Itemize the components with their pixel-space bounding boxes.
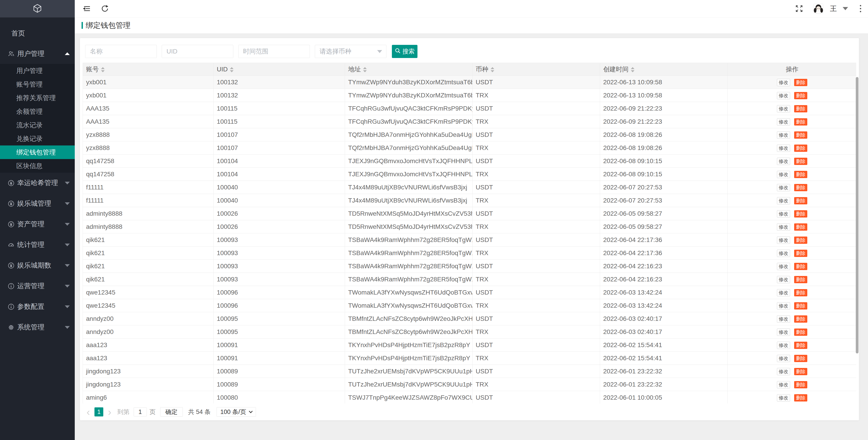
edit-button[interactable]: 修改 bbox=[777, 210, 790, 217]
sidebar-section-娱乐城管理[interactable]: 娱乐城管理 bbox=[0, 193, 75, 214]
per-page-select[interactable]: 100 条/页 bbox=[217, 407, 256, 417]
delete-button[interactable]: 删除 bbox=[794, 237, 807, 244]
sidebar-section-娱乐城期数[interactable]: 娱乐城期数 bbox=[0, 255, 75, 276]
jump-page-input[interactable] bbox=[134, 407, 147, 416]
column-header-UID[interactable]: UID bbox=[214, 63, 345, 76]
user-menu-caret-icon[interactable] bbox=[843, 7, 848, 10]
sidebar-item-账号管理[interactable]: 账号管理 bbox=[0, 78, 75, 91]
edit-button[interactable]: 修改 bbox=[777, 315, 790, 323]
sidebar-item-流水记录[interactable]: 流水记录 bbox=[0, 118, 75, 132]
delete-button[interactable]: 删除 bbox=[794, 250, 807, 257]
refresh-icon[interactable] bbox=[100, 4, 109, 13]
delete-button[interactable]: 删除 bbox=[794, 171, 807, 178]
edit-button[interactable]: 修改 bbox=[777, 171, 790, 178]
cell-actions: 修改删除 bbox=[727, 141, 857, 154]
edit-button[interactable]: 修改 bbox=[777, 197, 790, 204]
sort-icon[interactable] bbox=[363, 67, 367, 72]
column-header-地址[interactable]: 地址 bbox=[345, 63, 472, 76]
sidebar-section-参数配置[interactable]: 参数配置 bbox=[0, 296, 75, 317]
sidebar-item-推荐关系管理[interactable]: 推荐关系管理 bbox=[0, 91, 75, 105]
column-header-币种[interactable]: 币种 bbox=[472, 63, 600, 76]
cell-account: qik621 bbox=[83, 260, 214, 273]
edit-button[interactable]: 修改 bbox=[777, 381, 790, 388]
edit-button[interactable]: 修改 bbox=[777, 355, 790, 362]
edit-button[interactable]: 修改 bbox=[777, 158, 790, 165]
next-page-button[interactable]: › bbox=[107, 407, 112, 416]
sidebar-section-用户管理[interactable]: 用户管理 bbox=[0, 43, 75, 64]
delete-button[interactable]: 删除 bbox=[794, 184, 807, 191]
edit-button[interactable]: 修改 bbox=[777, 394, 790, 402]
sort-icon[interactable] bbox=[491, 67, 494, 72]
edit-button[interactable]: 修改 bbox=[777, 105, 790, 112]
delete-button[interactable]: 删除 bbox=[794, 131, 807, 139]
username-label[interactable]: 王 bbox=[830, 4, 837, 13]
edit-button[interactable]: 修改 bbox=[777, 145, 790, 152]
delete-button[interactable]: 删除 bbox=[794, 328, 807, 336]
prev-page-button[interactable]: ‹ bbox=[86, 407, 91, 416]
current-page-button[interactable]: 1 bbox=[94, 407, 103, 416]
delete-button[interactable]: 删除 bbox=[794, 210, 807, 217]
sidebar-section-统计管理[interactable]: 统计管理 bbox=[0, 235, 75, 255]
delete-button[interactable]: 删除 bbox=[794, 197, 807, 204]
sidebar-section-幸运哈希管理[interactable]: 幸运哈希管理 bbox=[0, 173, 75, 193]
column-header-账号[interactable]: 账号 bbox=[83, 63, 214, 76]
sidebar-section-系统管理[interactable]: 系统管理 bbox=[0, 317, 75, 338]
delete-button[interactable]: 删除 bbox=[794, 394, 807, 402]
delete-button[interactable]: 删除 bbox=[794, 118, 807, 125]
sidebar-item-绑定钱包管理[interactable]: 绑定钱包管理 bbox=[0, 145, 75, 159]
sidebar-item-余额管理[interactable]: 余额管理 bbox=[0, 105, 75, 118]
search-button[interactable]: 搜索 bbox=[392, 45, 417, 58]
edit-button[interactable]: 修改 bbox=[777, 224, 790, 231]
edit-button[interactable]: 修改 bbox=[777, 118, 790, 125]
sidebar-item-home[interactable]: 首页 bbox=[0, 23, 75, 43]
delete-button[interactable]: 删除 bbox=[794, 368, 807, 375]
sidebar-section-运营管理[interactable]: 运营管理 bbox=[0, 276, 75, 296]
collapse-sidebar-icon[interactable] bbox=[82, 5, 91, 12]
edit-button[interactable]: 修改 bbox=[777, 92, 790, 99]
delete-button[interactable]: 删除 bbox=[794, 289, 807, 296]
edit-button[interactable]: 修改 bbox=[777, 289, 790, 296]
edit-button[interactable]: 修改 bbox=[777, 302, 790, 310]
sidebar-section-资产管理[interactable]: 资产管理 bbox=[0, 214, 75, 235]
time-range-input[interactable] bbox=[238, 45, 310, 58]
sort-icon[interactable] bbox=[631, 67, 634, 72]
edit-button[interactable]: 修改 bbox=[777, 131, 790, 139]
column-header-创建时间[interactable]: 创建时间 bbox=[600, 63, 727, 76]
edit-button[interactable]: 修改 bbox=[777, 368, 790, 375]
edit-button[interactable]: 修改 bbox=[777, 276, 790, 283]
edit-button[interactable]: 修改 bbox=[777, 79, 790, 86]
delete-button[interactable]: 删除 bbox=[794, 224, 807, 231]
coin-select[interactable]: 请选择币种 bbox=[315, 45, 386, 58]
user-avatar[interactable] bbox=[813, 3, 824, 14]
sort-icon[interactable] bbox=[101, 67, 105, 72]
cell-coin: USDT bbox=[472, 181, 600, 194]
delete-button[interactable]: 删除 bbox=[794, 342, 807, 349]
edit-button[interactable]: 修改 bbox=[777, 342, 790, 349]
delete-button[interactable]: 删除 bbox=[794, 79, 807, 86]
delete-button[interactable]: 删除 bbox=[794, 263, 807, 270]
uid-filter-input[interactable] bbox=[162, 45, 233, 58]
delete-button[interactable]: 删除 bbox=[794, 381, 807, 388]
delete-button[interactable]: 删除 bbox=[794, 276, 807, 283]
edit-button[interactable]: 修改 bbox=[777, 184, 790, 191]
edit-button[interactable]: 修改 bbox=[777, 263, 790, 270]
name-filter-input[interactable] bbox=[85, 45, 157, 58]
delete-button[interactable]: 删除 bbox=[794, 158, 807, 165]
delete-button[interactable]: 删除 bbox=[794, 105, 807, 112]
fullscreen-icon[interactable] bbox=[795, 4, 803, 13]
sidebar-item-用户管理[interactable]: 用户管理 bbox=[0, 64, 75, 78]
sort-icon[interactable] bbox=[230, 67, 234, 72]
sidebar-item-兑换记录[interactable]: 兑换记录 bbox=[0, 132, 75, 145]
table-scrollbar[interactable] bbox=[856, 77, 859, 353]
edit-button[interactable]: 修改 bbox=[777, 237, 790, 244]
jump-confirm-button[interactable]: 确定 bbox=[160, 407, 183, 417]
delete-button[interactable]: 删除 bbox=[794, 315, 807, 323]
sidebar-item-区块信息[interactable]: 区块信息 bbox=[0, 159, 75, 173]
edit-button[interactable]: 修改 bbox=[777, 250, 790, 257]
delete-button[interactable]: 删除 bbox=[794, 355, 807, 362]
delete-button[interactable]: 删除 bbox=[794, 145, 807, 152]
delete-button[interactable]: 删除 bbox=[794, 302, 807, 310]
delete-button[interactable]: 删除 bbox=[794, 92, 807, 99]
edit-button[interactable]: 修改 bbox=[777, 328, 790, 336]
more-menu-icon[interactable] bbox=[859, 4, 862, 13]
